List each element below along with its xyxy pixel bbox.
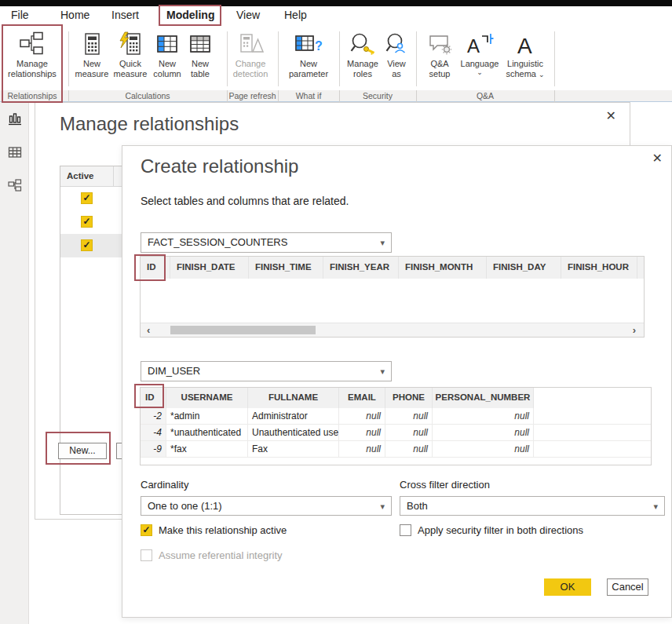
report-view-icon[interactable] (7, 111, 23, 126)
table-column-icon (155, 28, 179, 57)
cancel-button[interactable]: Cancel (607, 578, 648, 596)
cardinality-label: Cardinality (141, 479, 188, 491)
column-header[interactable]: FINISH_DATE (170, 257, 249, 279)
new-relationship-button[interactable]: New... (58, 443, 107, 459)
first-table-dropdown[interactable]: FACT_SESSION_COUNTERS ▾ (141, 232, 392, 253)
linguistic-schema-button[interactable]: A Linguistic schema ⌄ (501, 28, 550, 88)
security-filter-label: Apply security filter in both directions (418, 524, 583, 536)
view-as-button[interactable]: View as (382, 28, 411, 88)
chevron-down-icon: ⌄ (461, 69, 499, 75)
cell-username[interactable]: *unauthenticated (166, 425, 248, 440)
close-icon[interactable]: ✕ (606, 110, 616, 122)
second-table-header-row: ID USERNAME FULLNAME EMAIL PHONE PERSONA… (141, 388, 651, 408)
cross-filter-dropdown[interactable]: Both ▾ (400, 496, 665, 516)
column-header[interactable]: EMAIL (339, 388, 385, 408)
table-row[interactable]: -2 *admin Administrator null null null (141, 408, 651, 425)
cell-phone[interactable]: null (385, 425, 433, 440)
referential-integrity-label: Assume referential integrity (159, 549, 283, 561)
active-checkbox[interactable]: ✓ (81, 216, 93, 228)
cell-email[interactable]: null (339, 408, 385, 424)
cell-id[interactable]: -4 (141, 425, 166, 440)
table-row[interactable]: -4 *unauthenticated Unauthenticated user… (141, 425, 651, 441)
column-header-id[interactable]: ID (141, 257, 170, 279)
manage-dialog-title: Manage relationships (60, 113, 239, 135)
first-table-preview: ID FINISH_DATE FINISH_TIME FINISH_YEAR F… (140, 256, 645, 338)
column-header[interactable]: FULLNAME (248, 388, 339, 408)
qa-setup-label: Q&A setup (422, 59, 457, 79)
menu-home[interactable]: Home (60, 9, 89, 21)
make-active-checkbox-row[interactable]: ✓ Make this relationship active (141, 524, 287, 536)
cell-personal-number[interactable]: null (433, 425, 534, 440)
parameter-icon: ? (294, 28, 323, 57)
cell-fullname[interactable]: Unauthenticated user (248, 425, 339, 440)
cardinality-dropdown[interactable]: One to one (1:1) ▾ (141, 496, 392, 516)
column-header[interactable]: FINISH_HOUR (561, 257, 637, 279)
language-label: Language⌄ (461, 59, 499, 75)
create-relationship-dialog: ✕ Create relationship Select tables and … (122, 145, 672, 618)
ribbon: Manage relationships New measure Quick m… (0, 26, 672, 90)
check-icon: ✓ (82, 239, 90, 250)
language-button[interactable]: A Language⌄ (458, 28, 501, 88)
menu-view[interactable]: View (236, 9, 260, 21)
group-label-calculations: Calculations (76, 91, 219, 100)
data-view-icon[interactable] (7, 144, 23, 160)
active-column-header[interactable]: Active (60, 166, 113, 186)
check-icon: ✓ (82, 192, 90, 203)
menu-file[interactable]: File (11, 9, 29, 21)
cell-id[interactable]: -9 (141, 441, 166, 457)
group-label-what-if: What if (278, 91, 339, 100)
column-header[interactable]: FINISH_TIME (249, 257, 323, 279)
column-header[interactable]: FINISH_DAY (487, 257, 561, 279)
manage-roles-button[interactable]: Manage roles (344, 28, 382, 88)
magnifier-person-icon (384, 28, 409, 57)
column-header[interactable]: USERNAME (166, 388, 248, 408)
active-checkbox[interactable]: ✓ (81, 192, 93, 204)
new-table-button[interactable]: New table (184, 28, 216, 88)
cell-fullname[interactable]: Administrator (248, 408, 339, 424)
cell-email[interactable]: null (339, 425, 385, 440)
new-measure-button[interactable]: New measure (73, 28, 111, 88)
cell-id[interactable]: -2 (141, 408, 166, 424)
close-icon[interactable]: ✕ (652, 152, 663, 165)
table-row[interactable]: -9 *fax Fax null null null (141, 441, 651, 458)
cell-personal-number[interactable]: null (433, 408, 534, 424)
scroll-right-icon[interactable]: › (633, 324, 636, 336)
model-view-icon[interactable] (7, 178, 23, 194)
security-filter-checkbox[interactable] (400, 524, 411, 536)
menu-insert[interactable]: Insert (111, 9, 139, 21)
manage-relationships-button[interactable]: Manage relationships (2, 28, 62, 88)
svg-text:?: ? (315, 39, 323, 53)
check-icon: ✓ (82, 216, 90, 227)
new-parameter-button[interactable]: ? New parameter (285, 28, 332, 88)
second-table-dropdown[interactable]: DIM_USER ▾ (141, 361, 392, 381)
make-active-checkbox[interactable]: ✓ (141, 524, 152, 536)
cell-phone[interactable]: null (385, 408, 433, 424)
cell-phone[interactable]: null (385, 441, 433, 457)
column-header[interactable]: FINISH_YEAR (323, 257, 399, 279)
manage-relationships-label: Manage relationships (2, 59, 62, 79)
qa-setup-button[interactable]: Q&A setup (422, 28, 457, 88)
new-column-button[interactable]: New column (150, 28, 184, 88)
change-detection-button: Change detection (228, 28, 273, 88)
column-header[interactable]: PHONE (385, 388, 433, 408)
security-filter-checkbox-row[interactable]: Apply security filter in both directions (400, 524, 583, 536)
second-table-value: DIM_USER (148, 365, 200, 377)
column-header-id[interactable]: ID (141, 388, 166, 408)
menu-help[interactable]: Help (284, 9, 307, 21)
cell-username[interactable]: *admin (166, 408, 248, 424)
scrollbar-thumb[interactable] (170, 326, 316, 334)
cell-personal-number[interactable]: null (433, 441, 534, 457)
caret-down-icon: ▾ (380, 497, 385, 516)
first-table-value: FACT_SESSION_COUNTERS (148, 236, 287, 248)
cell-email[interactable]: null (339, 441, 385, 457)
ok-button[interactable]: OK (544, 578, 591, 596)
cell-username[interactable]: *fax (166, 441, 248, 457)
column-header[interactable]: FINISH_MONTH (399, 257, 487, 279)
cell-fullname[interactable]: Fax (248, 441, 339, 457)
quick-measure-button[interactable]: Quick measure (111, 28, 150, 88)
menu-modeling[interactable]: Modeling (166, 9, 214, 21)
active-checkbox[interactable]: ✓ (81, 239, 93, 251)
scroll-left-icon[interactable]: ‹ (147, 324, 150, 336)
column-header[interactable]: USER_ID (637, 257, 644, 279)
column-header[interactable]: PERSONAL_NUMBER (433, 388, 534, 408)
